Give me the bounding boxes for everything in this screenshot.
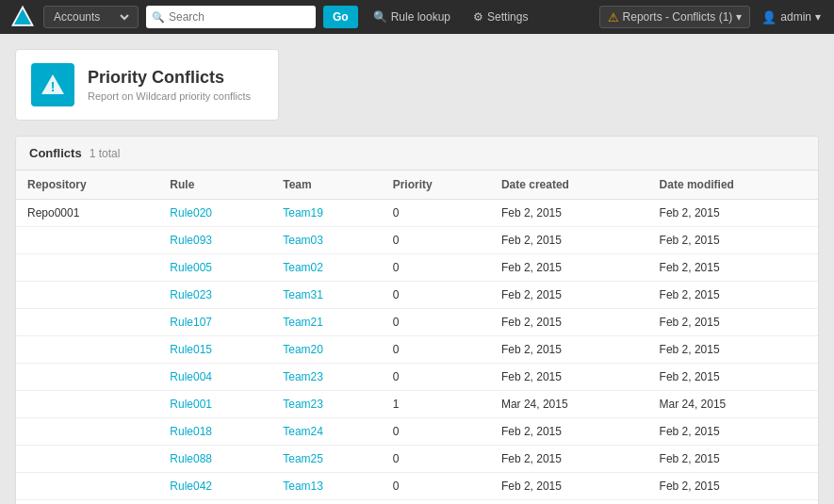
cell-priority: 0	[382, 473, 490, 500]
user-icon: 👤	[761, 10, 777, 24]
cell-team[interactable]: Team27	[271, 500, 381, 505]
cell-rule[interactable]: Rule001	[158, 391, 271, 418]
cell-repository	[16, 391, 158, 418]
cell-date-created: Feb 2, 2015	[490, 200, 648, 227]
cell-priority: 0	[382, 254, 490, 282]
col-date-created: Date created	[490, 171, 648, 200]
cell-repository	[16, 364, 158, 391]
search-input[interactable]	[169, 10, 310, 24]
cell-repository	[16, 336, 158, 364]
page-subtitle: Report on Wildcard priority conflicts	[88, 90, 251, 102]
cell-team[interactable]: Team02	[271, 254, 381, 282]
cell-team[interactable]: Team25	[271, 446, 381, 473]
col-date-modified: Date modified	[648, 171, 818, 200]
cell-date-created: Mar 24, 2015	[490, 391, 648, 418]
page-header-text: Priority Conflicts Report on Wildcard pr…	[88, 68, 251, 102]
main-content: ! Priority Conflicts Report on Wildcard …	[0, 34, 834, 504]
cell-rule[interactable]: Rule037	[158, 500, 271, 505]
cell-date-created: Feb 2, 2015	[490, 418, 648, 446]
cell-date-modified: Feb 2, 2015	[648, 309, 818, 336]
cell-priority: 0	[382, 446, 490, 473]
cell-date-modified: Feb 2, 2015	[648, 446, 818, 473]
cell-date-created: Feb 2, 2015	[490, 254, 648, 282]
cell-rule[interactable]: Rule088	[158, 446, 271, 473]
cell-priority: 0	[382, 364, 490, 391]
cell-team[interactable]: Team31	[271, 282, 381, 309]
admin-label: admin	[780, 10, 811, 24]
cell-date-modified: Feb 2, 2015	[648, 364, 818, 391]
cell-date-modified: Feb 2, 2015	[648, 473, 818, 500]
cell-priority: 1	[382, 391, 490, 418]
cell-date-created: Feb 2, 2015	[490, 282, 648, 309]
reports-label: Reports - Conflicts (1)	[623, 10, 733, 24]
cell-team[interactable]: Team20	[271, 336, 381, 364]
admin-menu[interactable]: 👤 admin ▾	[758, 10, 825, 24]
cell-repository	[16, 227, 158, 254]
cell-date-modified: Feb 2, 2015	[648, 500, 818, 505]
cell-rule[interactable]: Rule015	[158, 336, 271, 364]
cell-team[interactable]: Team19	[271, 200, 381, 227]
cell-team[interactable]: Team13	[271, 473, 381, 500]
table-title: Conflicts	[29, 146, 82, 160]
page-title: Priority Conflicts	[88, 68, 251, 89]
gear-icon: ⚙	[473, 10, 483, 24]
page-icon-box: !	[31, 63, 74, 106]
table-count: 1 total	[90, 147, 121, 160]
cell-team[interactable]: Team23	[271, 364, 381, 391]
conflicts-table-card: Conflicts 1 total Repository Rule Team P…	[15, 136, 819, 504]
cell-date-modified: Feb 2, 2015	[648, 200, 818, 227]
cell-rule[interactable]: Rule093	[158, 227, 271, 254]
table-row: Rule088Team250Feb 2, 2015Feb 2, 2015	[16, 446, 818, 473]
rule-lookup-link[interactable]: 🔍 Rule lookup	[366, 10, 458, 24]
table-row: Repo0001Rule020Team190Feb 2, 2015Feb 2, …	[16, 200, 818, 227]
app-logo[interactable]	[9, 4, 36, 30]
search-box: 🔍	[146, 6, 316, 28]
scope-selector[interactable]: Accounts Repositories	[43, 6, 139, 28]
search-icon: 🔍	[373, 10, 387, 24]
cell-priority: 0	[382, 418, 490, 446]
cell-date-created: Feb 2, 2015	[490, 473, 648, 500]
cell-rule[interactable]: Rule023	[158, 282, 271, 309]
go-button[interactable]: Go	[323, 6, 358, 28]
cell-rule[interactable]: Rule018	[158, 418, 271, 446]
cell-priority: 0	[382, 227, 490, 254]
cell-date-created: Feb 2, 2015	[490, 364, 648, 391]
cell-rule[interactable]: Rule020	[158, 200, 271, 227]
cell-team[interactable]: Team24	[271, 418, 381, 446]
cell-team[interactable]: Team03	[271, 227, 381, 254]
navbar: Accounts Repositories 🔍 Go 🔍 Rule lookup…	[0, 0, 834, 34]
cell-rule[interactable]: Rule107	[158, 309, 271, 336]
reports-dropdown[interactable]: ⚠ Reports - Conflicts (1) ▾	[599, 6, 751, 28]
cell-team[interactable]: Team21	[271, 309, 381, 336]
cell-repository: Repo0001	[16, 200, 158, 227]
cell-team[interactable]: Team23	[271, 391, 381, 418]
conflicts-table-body: Repo0001Rule020Team190Feb 2, 2015Feb 2, …	[16, 200, 818, 505]
cell-priority: 0	[382, 500, 490, 505]
cell-date-created: Feb 2, 2015	[490, 446, 648, 473]
table-row: Rule037Team270Feb 2, 2015Feb 2, 2015	[16, 500, 818, 505]
cell-rule[interactable]: Rule005	[158, 254, 271, 282]
cell-repository	[16, 446, 158, 473]
table-row: Rule018Team240Feb 2, 2015Feb 2, 2015	[16, 418, 818, 446]
table-header-row: Repository Rule Team Priority Date creat…	[16, 171, 818, 200]
table-header: Conflicts 1 total	[16, 137, 818, 171]
table-row: Rule093Team030Feb 2, 2015Feb 2, 2015	[16, 227, 818, 254]
cell-date-created: Feb 2, 2015	[490, 227, 648, 254]
cell-rule[interactable]: Rule042	[158, 473, 271, 500]
cell-repository	[16, 500, 158, 505]
cell-date-created: Feb 2, 2015	[490, 500, 648, 505]
scope-dropdown[interactable]: Accounts Repositories	[50, 9, 132, 24]
chevron-down-icon: ▾	[815, 10, 821, 24]
cell-priority: 0	[382, 309, 490, 336]
cell-repository	[16, 254, 158, 282]
cell-date-modified: Feb 2, 2015	[648, 418, 818, 446]
svg-marker-0	[13, 8, 33, 25]
cell-rule[interactable]: Rule004	[158, 364, 271, 391]
cell-repository	[16, 473, 158, 500]
settings-link[interactable]: ⚙ Settings	[466, 10, 535, 24]
cell-repository	[16, 282, 158, 309]
table-row: Rule042Team130Feb 2, 2015Feb 2, 2015	[16, 473, 818, 500]
col-repository: Repository	[16, 171, 158, 200]
warning-triangle-icon: !	[40, 72, 66, 98]
cell-date-created: Feb 2, 2015	[490, 309, 648, 336]
